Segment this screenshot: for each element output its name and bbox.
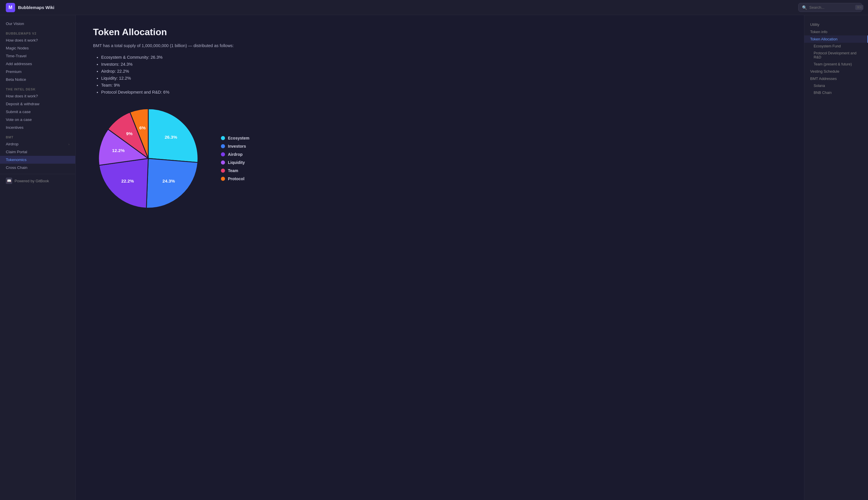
- legend-protocol: Protocol: [221, 177, 249, 181]
- sidebar-item-airdrop[interactable]: Airdrop ›: [0, 140, 75, 148]
- sidebar-item-how-it-works-intel[interactable]: How does it work?: [0, 92, 75, 100]
- list-item: Liquidity: 12.2%: [101, 76, 787, 80]
- list-item: Team: 9%: [101, 83, 787, 88]
- legend-label-airdrop: Airdrop: [228, 152, 243, 157]
- pie-label-investors: 24.3%: [162, 179, 175, 183]
- pie-label-protocol: 6%: [139, 125, 146, 130]
- chevron-right-icon: ›: [68, 143, 69, 146]
- sidebar-item-beta-notice[interactable]: Beta Notice: [0, 76, 75, 83]
- list-item: Ecosystem & Community: 26.3%: [101, 55, 787, 60]
- legend-label-team: Team: [228, 168, 238, 173]
- toc-bnb-chain[interactable]: BNB Chain: [804, 89, 868, 96]
- search-input[interactable]: [809, 5, 853, 10]
- powered-by-label: Powered by GitBook: [14, 179, 49, 183]
- gitbook-icon: 📖: [6, 178, 12, 184]
- legend-investors: Investors: [221, 144, 249, 149]
- legend-dot-investors: [221, 144, 225, 148]
- search-icon: 🔍: [802, 5, 807, 10]
- toc-vesting[interactable]: Vesting Schedule: [804, 68, 868, 75]
- sidebar-item-vote-case[interactable]: Vote on a case: [0, 116, 75, 124]
- logo-icon: M: [6, 3, 15, 12]
- pie-label-ecosystem: 26.3%: [164, 135, 177, 139]
- sidebar-section-bmt: BMT: [0, 132, 75, 140]
- page-title: Token Allocation: [93, 27, 787, 37]
- legend-airdrop: Airdrop: [221, 152, 249, 157]
- pie-label-team: 9%: [126, 131, 133, 136]
- pie-svg: 26.3%24.3%22.2%12.2%9%6%: [93, 103, 204, 214]
- sidebar-item-claim-portal[interactable]: Claim Portal: [0, 148, 75, 156]
- search-box[interactable]: 🔍 ⌘K: [798, 3, 862, 12]
- legend-liquidity: Liquidity: [221, 160, 249, 165]
- topbar: M Bubblemaps Wiki 🔍 ⌘K: [0, 0, 868, 15]
- toc-token-info[interactable]: Token info: [804, 28, 868, 35]
- sidebar-item-how-it-works-v2[interactable]: How does it work?: [0, 36, 75, 44]
- sidebar-footer[interactable]: 📖 Powered by GitBook: [0, 174, 75, 188]
- list-item: Protocol Development and R&D: 6%: [101, 90, 787, 94]
- sidebar-item-our-vision[interactable]: Our Vision: [0, 20, 75, 27]
- legend-dot-team: [221, 169, 225, 173]
- page-description: BMT has a total supply of 1,000,000,000 …: [93, 43, 787, 48]
- sidebar-item-submit-case[interactable]: Submit a case: [0, 108, 75, 116]
- legend-team: Team: [221, 168, 249, 173]
- legend-label-ecosystem: Ecosystem: [228, 136, 249, 140]
- toc-solana[interactable]: Solana: [804, 82, 868, 89]
- legend-label-liquidity: Liquidity: [228, 160, 245, 165]
- toc-ecosystem-fund[interactable]: Ecosystem Fund: [804, 43, 868, 50]
- sidebar-section-intel-desk: THE INTEL DESK: [0, 83, 75, 92]
- pie-chart: 26.3%24.3%22.2%12.2%9%6%: [93, 103, 204, 214]
- sidebar-item-magic-nodes[interactable]: Magic Nodes: [0, 44, 75, 52]
- legend-ecosystem: Ecosystem: [221, 136, 249, 140]
- sidebar-section-bubblemaps-v2: BUBBLEMAPS V2: [0, 27, 75, 36]
- pie-label-airdrop: 22.2%: [121, 179, 134, 183]
- sidebar-item-cross-chain[interactable]: Cross Chain: [0, 164, 75, 171]
- pie-label-liquidity: 12.2%: [112, 148, 125, 153]
- sidebar-item-premium[interactable]: Premium: [0, 68, 75, 76]
- toc-protocol-dev[interactable]: Protocol Development and R&D: [804, 50, 868, 61]
- sidebar-item-deposit-withdraw[interactable]: Deposit & withdraw: [0, 100, 75, 108]
- main-content: Token Allocation BMT has a total supply …: [76, 15, 804, 500]
- layout: Our Vision BUBBLEMAPS V2 How does it wor…: [0, 15, 868, 500]
- list-item: Investors: 24.3%: [101, 62, 787, 67]
- legend-label-protocol: Protocol: [228, 177, 244, 181]
- toc-utility[interactable]: Utility: [804, 21, 868, 28]
- sidebar-label: Our Vision: [6, 22, 24, 26]
- legend-dot-airdrop: [221, 152, 225, 156]
- legend-dot-protocol: [221, 177, 225, 181]
- sidebar-item-incentives[interactable]: Incentives: [0, 124, 75, 132]
- search-shortcut: ⌘K: [855, 5, 863, 10]
- sidebar-item-time-travel[interactable]: Time-Travel: [0, 52, 75, 60]
- toc-team-future[interactable]: Team (present & future): [804, 61, 868, 68]
- sidebar-item-tokenomics[interactable]: Tokenomics: [0, 156, 75, 164]
- allocation-list: Ecosystem & Community: 26.3% Investors: …: [93, 55, 787, 94]
- toc-bmt-addresses[interactable]: BMT Addresses: [804, 75, 868, 82]
- sidebar-item-add-addresses[interactable]: Add addresses: [0, 60, 75, 68]
- legend-dot-ecosystem: [221, 136, 225, 140]
- left-sidebar: Our Vision BUBBLEMAPS V2 How does it wor…: [0, 15, 76, 500]
- topbar-left: M Bubblemaps Wiki: [6, 3, 54, 12]
- app-title: Bubblemaps Wiki: [18, 5, 54, 10]
- chart-legend: Ecosystem Investors Airdrop Liquidity Te…: [221, 136, 249, 181]
- right-sidebar-toc: Utility Token info Token Allocation Ecos…: [804, 15, 868, 500]
- chart-section: 26.3%24.3%22.2%12.2%9%6% Ecosystem Inves…: [93, 103, 787, 214]
- legend-label-investors: Investors: [228, 144, 246, 149]
- legend-dot-liquidity: [221, 160, 225, 164]
- list-item: Airdrop: 22.2%: [101, 69, 787, 73]
- toc-token-allocation[interactable]: Token Allocation: [804, 35, 868, 43]
